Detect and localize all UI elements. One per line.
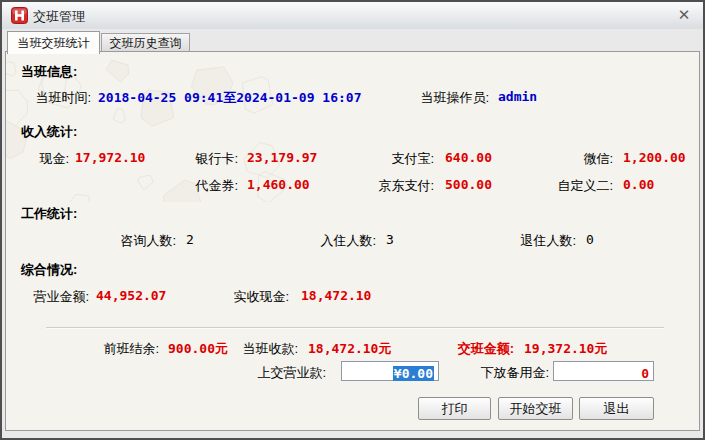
print-button[interactable]: 打印: [418, 397, 491, 420]
operator-label: 当班操作员:: [389, 89, 489, 107]
shift-management-dialog: 交班管理 ✕ 当班交班统计 交班历史查询 当班信息: 当班时间: 2018-04…: [0, 0, 705, 440]
reserve-input[interactable]: 0: [553, 361, 654, 381]
tab-current-shift[interactable]: 当班交班统计: [7, 31, 100, 54]
income-custom2-value: 0.00: [623, 177, 654, 192]
income-wechat-value: 1,200.00: [623, 150, 686, 165]
work-checkout-value: 0: [586, 232, 594, 247]
section-income: 收入统计:: [21, 123, 77, 141]
overall-cash-received-label: 实收现金:: [221, 288, 289, 306]
work-consult-label: 咨询人数:: [76, 232, 176, 250]
prev-balance-label: 前班结余:: [59, 340, 159, 358]
overall-revenue-label: 营业金额:: [6, 288, 89, 306]
income-custom2-label: 自定义二:: [513, 177, 613, 195]
handover-amount-value: 19,372.10元: [524, 340, 607, 358]
turnin-input-value: ¥0.00: [393, 366, 434, 381]
tab-strip: 当班交班统计 交班历史查询: [2, 29, 703, 53]
section-work: 工作统计:: [21, 205, 77, 223]
reserve-input-value: 0: [641, 366, 649, 381]
work-checkin-label: 入住人数:: [276, 232, 376, 250]
summary-divider: [46, 327, 664, 329]
work-consult-value: 2: [186, 232, 194, 247]
section-shift-info: 当班信息:: [21, 63, 77, 81]
income-voucher-label: 代金券:: [138, 177, 238, 195]
income-jdpay-label: 京东支付:: [334, 177, 434, 195]
operator-value: admin: [498, 89, 537, 104]
income-bankcard-value: 23,179.97: [247, 150, 317, 165]
shift-time-label: 当班时间:: [6, 89, 91, 107]
shift-time-value: 2018-04-25 09:41至2024-01-09 16:07: [98, 89, 361, 107]
start-handover-button[interactable]: 开始交班: [498, 397, 573, 420]
app-icon: [11, 7, 28, 24]
turnin-label: 上交营业款:: [226, 364, 326, 382]
shift-received-value: 18,472.10元: [308, 340, 391, 358]
income-cash-label: 现金:: [6, 150, 69, 168]
exit-button[interactable]: 退出: [579, 397, 654, 420]
income-voucher-value: 1,460.00: [247, 177, 310, 192]
shift-received-label: 当班收款:: [198, 340, 298, 358]
section-overall: 综合情况:: [21, 261, 77, 279]
overall-revenue-value: 44,952.07: [96, 288, 166, 303]
work-checkin-value: 3: [386, 232, 394, 247]
close-icon[interactable]: ✕: [675, 6, 693, 24]
income-alipay-value: 640.00: [445, 150, 492, 165]
income-cash-value: 17,972.10: [75, 150, 145, 165]
income-bankcard-label: 银行卡:: [138, 150, 238, 168]
handover-amount-label: 交班金额:: [414, 340, 514, 358]
income-alipay-label: 支付宝:: [334, 150, 434, 168]
income-wechat-label: 微信:: [513, 150, 613, 168]
title-bar[interactable]: 交班管理 ✕: [2, 2, 703, 30]
income-jdpay-value: 500.00: [445, 177, 492, 192]
work-checkout-label: 退住人数:: [476, 232, 576, 250]
overall-cash-received-value: 18,472.10: [301, 288, 371, 303]
turnin-input[interactable]: ¥0.00: [341, 361, 439, 381]
window-title: 交班管理: [33, 8, 85, 26]
reserve-label: 下放备用金:: [449, 364, 549, 382]
tab-history[interactable]: 交班历史查询: [101, 33, 190, 53]
tab-content-panel: 当班信息: 当班时间: 2018-04-25 09:41至2024-01-09 …: [5, 51, 700, 431]
